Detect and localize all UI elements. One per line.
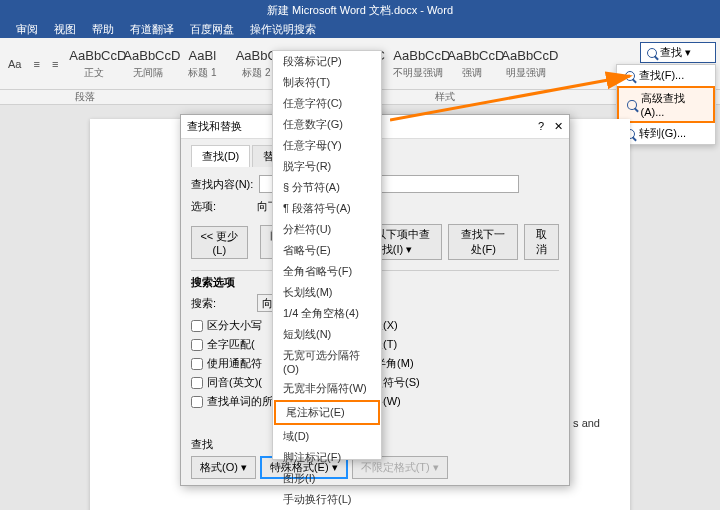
menu-item[interactable]: 帮助 — [84, 20, 122, 38]
search-icon — [647, 48, 657, 58]
special-menu-item[interactable]: 1/4 全角空格(4) — [273, 303, 381, 324]
special-menu-item[interactable]: 省略号(E) — [273, 240, 381, 261]
chevron-down-icon: ▾ — [685, 46, 691, 59]
style-item[interactable]: AaBbCcD无间隔 — [122, 43, 174, 85]
search-icon — [625, 71, 635, 81]
special-menu-item[interactable]: 全角省略号(F) — [273, 261, 381, 282]
special-menu-item[interactable]: 手动换行符(L) — [273, 489, 381, 510]
dialog-tab[interactable]: 查找(D) — [191, 145, 250, 167]
special-menu-item[interactable]: 短划线(N) — [273, 324, 381, 345]
close-icon[interactable]: ✕ — [554, 120, 563, 133]
special-menu-item[interactable]: 段落标记(P) — [273, 51, 381, 72]
style-item[interactable]: AaBbCcD明显强调 — [500, 43, 552, 85]
search-option[interactable]: 使用通配符 — [191, 356, 273, 371]
find-content-label: 查找内容(N): — [191, 177, 253, 192]
special-menu-item[interactable]: 任意字符(C) — [273, 93, 381, 114]
menu-item[interactable]: 视图 — [46, 20, 84, 38]
doc-text: s and — [573, 417, 600, 429]
search-option[interactable]: 全字匹配( — [191, 337, 273, 352]
search-option[interactable]: 同音(英文)( — [191, 375, 273, 390]
special-menu-item[interactable]: 无宽可选分隔符(O) — [273, 345, 381, 378]
cancel-button[interactable]: 取消 — [524, 224, 559, 260]
menu-bar: 审阅视图帮助有道翻译百度网盘操作说明搜索 — [0, 20, 720, 38]
font-btn[interactable]: Aa — [4, 56, 25, 72]
style-item[interactable]: AaBbCcD正文 — [68, 43, 120, 85]
search-icon — [627, 100, 637, 110]
style-item[interactable]: AaBbCcD强调 — [446, 43, 498, 85]
special-menu-item[interactable]: § 分节符(A) — [273, 177, 381, 198]
find-menu-item[interactable]: 转到(G)... — [617, 123, 715, 144]
special-menu-item[interactable]: 图形(I) — [273, 468, 381, 489]
search-dir-label: 搜索: — [191, 296, 251, 311]
less-button[interactable]: << 更少(L) — [191, 226, 248, 259]
find-button[interactable]: 查找 ▾ — [640, 42, 716, 63]
special-menu-item[interactable]: 脱字号(R) — [273, 156, 381, 177]
style-item[interactable]: AaBl标题 1 — [176, 43, 228, 85]
special-menu-item[interactable]: 长划线(M) — [273, 282, 381, 303]
align-btn[interactable]: ≡ — [48, 56, 62, 72]
menu-item[interactable]: 有道翻译 — [122, 20, 182, 38]
menu-item[interactable]: 操作说明搜索 — [242, 20, 324, 38]
special-menu-item[interactable]: 尾注标记(E) — [274, 400, 380, 425]
find-label: 查找 — [660, 45, 682, 60]
special-menu-item[interactable]: 域(D) — [273, 426, 381, 447]
find-dropdown: 查找(F)...高级查找(A)...转到(G)... — [616, 64, 716, 145]
special-menu-item[interactable]: ¶ 段落符号(A) — [273, 198, 381, 219]
menu-item[interactable]: 审阅 — [8, 20, 46, 38]
footer-button[interactable]: 格式(O) ▾ — [191, 456, 256, 479]
options-label: 选项: — [191, 199, 251, 214]
search-option[interactable]: 查找单词的所 — [191, 394, 273, 409]
search-option[interactable]: 区分大小写 — [191, 318, 273, 333]
special-menu-item[interactable]: 分栏符(U) — [273, 219, 381, 240]
dialog-title: 查找和替换 — [187, 119, 242, 134]
title-bar: 新建 Microsoft Word 文档.docx - Word — [0, 0, 720, 20]
style-item[interactable]: AaBbCcD不明显强调 — [392, 43, 444, 85]
special-menu-item[interactable]: 制表符(T) — [273, 72, 381, 93]
help-icon[interactable]: ? — [538, 120, 544, 133]
special-menu-item[interactable]: 任意数字(G) — [273, 114, 381, 135]
find-menu-item[interactable]: 查找(F)... — [617, 65, 715, 86]
section-paragraph: 段落 — [0, 90, 170, 104]
find-menu-item[interactable]: 高级查找(A)... — [617, 86, 715, 123]
special-menu-item[interactable]: 无宽非分隔符(W) — [273, 378, 381, 399]
bullets-btn[interactable]: ≡ — [29, 56, 43, 72]
special-menu-item[interactable]: 任意字母(Y) — [273, 135, 381, 156]
special-menu-item[interactable]: 脚注标记(F) — [273, 447, 381, 468]
find-next-button[interactable]: 查找下一处(F) — [448, 224, 518, 260]
special-format-menu: 段落标记(P)制表符(T)任意字符(C)任意数字(G)任意字母(Y)脱字号(R)… — [272, 50, 382, 460]
menu-item[interactable]: 百度网盘 — [182, 20, 242, 38]
